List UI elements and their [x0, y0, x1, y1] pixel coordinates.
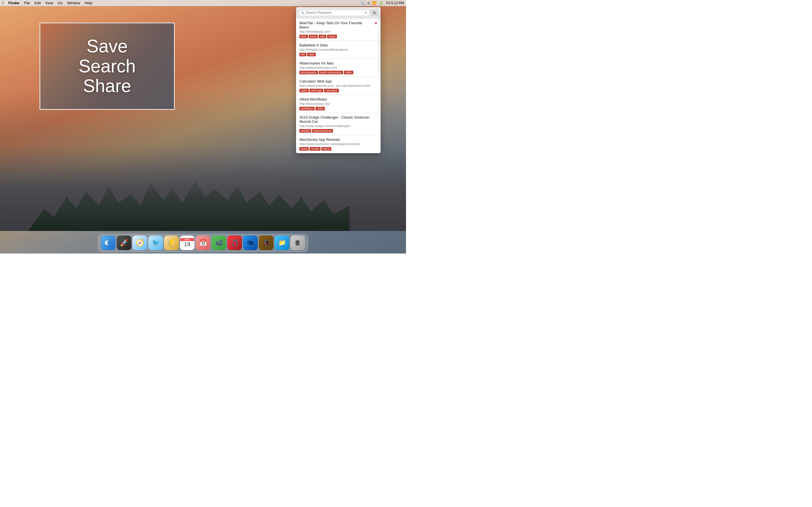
dock: 🚀 🧭 🐦 📒 DEC 19 📅 📹 🎵 🛍 🎩 📁 🗑	[98, 234, 308, 252]
pin-url-3: http://watermarkerapp.com/	[299, 66, 377, 69]
tag-batch-processing[interactable]: batch-processing	[319, 71, 343, 74]
tag-rate[interactable]: rate	[319, 35, 326, 38]
menubar-window[interactable]: Window	[67, 1, 80, 5]
tag-review[interactable]: review	[310, 147, 320, 151]
menubar-battery[interactable]: 🔋	[379, 1, 384, 5]
pin-tags-5: workflows utility	[299, 107, 377, 110]
menubar-spotlight[interactable]: 🔍	[360, 1, 364, 5]
pin-item-3[interactable]: Watermarker for Mac http://watermarkerap…	[296, 59, 380, 77]
menubar-left:  Finder File Edit View Go Window Help	[2, 1, 92, 5]
search-input[interactable]	[306, 11, 364, 15]
dock-contacts[interactable]: 📒	[164, 235, 179, 250]
pin-url-7: http://www.macstories.net/category/revie…	[299, 142, 377, 146]
tag-workflows[interactable]: workflows	[299, 107, 315, 110]
pin-star-1[interactable]: ★	[374, 21, 378, 25]
dock-appstore[interactable]: 🛍	[243, 235, 258, 250]
pin-title-5: Alfred Workflows	[299, 97, 377, 101]
dock-safari[interactable]: 🧭	[133, 235, 147, 250]
pin-url-5: http://www.packal.org/	[299, 102, 377, 105]
tag-news[interactable]: news	[299, 147, 309, 151]
promo-image: Save Search Share	[40, 22, 175, 110]
tag-utility-5[interactable]: utility	[315, 107, 325, 110]
search-clear-button[interactable]: ✕	[364, 11, 367, 15]
search-icon: 🔍	[301, 11, 305, 15]
dock-trash[interactable]: 🗑	[290, 235, 305, 250]
pin-title-3: Watermarker for Mac	[299, 61, 377, 65]
pin-item-1[interactable]: ★ BeerTab - Keep Tabs On Your Favorite B…	[296, 18, 380, 41]
tag-calculator[interactable]: calculator	[324, 89, 339, 93]
pin-tags-1: beer track rate share	[299, 35, 377, 38]
pin-item-2[interactable]: Battlefield 4 Stats http://bf4stats.com/…	[296, 41, 380, 59]
pin-title-7: MacStories App Reviews	[299, 137, 377, 142]
pin-title-4: Calculator Web App	[299, 79, 377, 83]
pin-url-6: http://www.dodge.com/en/challenger/	[299, 124, 377, 128]
menubar-edit[interactable]: Edit	[35, 1, 41, 5]
pin-url-1: http://beertabapp.com/	[299, 30, 377, 33]
menubar-wifi[interactable]: 📶	[372, 1, 376, 5]
dock-twitterific[interactable]: 🐦	[148, 235, 163, 250]
svg-point-2	[107, 240, 112, 245]
dock-music[interactable]: 🎵	[227, 235, 242, 250]
pin-url-2: http://bf4stats.com/ps4/binaryghost	[299, 48, 377, 51]
apple-menu[interactable]: 	[2, 1, 4, 5]
dock-launchpad[interactable]: 🚀	[117, 235, 132, 250]
desktop:  Finder File Edit View Go Window Help 🔍…	[0, 0, 406, 253]
promo-line-3: Share	[79, 76, 136, 96]
pin-title-6: 2015 Dodge Challenger - Classic American…	[299, 115, 377, 124]
pin-tags-6: wishlist awesomeness	[299, 129, 377, 133]
tag-web-app[interactable]: web-app	[310, 89, 323, 93]
tag-photography[interactable]: photography	[299, 71, 318, 74]
menubar-view[interactable]: View	[45, 1, 53, 5]
tag-stats[interactable]: stats	[307, 53, 316, 56]
tag-beer[interactable]: beer	[299, 35, 308, 38]
promo-line-1: Save	[79, 36, 136, 56]
pin-tags-2: bf4 stats	[299, 53, 377, 56]
pin-title-1: BeerTab - Keep Tabs On Your Favorite Bee…	[299, 21, 377, 29]
pinboard-header: 🔍 ✕ ⚙ ✉ Mail 💬 Messages 📡 AirDrop	[296, 7, 380, 18]
tag-utility-3[interactable]: utility	[344, 71, 353, 74]
promo-text: Save Search Share	[79, 36, 136, 96]
tag-bf4[interactable]: bf4	[299, 53, 306, 56]
dock-fantastical[interactable]: 📅	[196, 235, 210, 250]
menubar-finder[interactable]: Finder	[8, 1, 19, 5]
pinboard-list: ★ BeerTab - Keep Tabs On Your Favorite B…	[296, 18, 380, 153]
pin-item-5[interactable]: Alfred Workflows http://www.packal.org/ …	[296, 95, 380, 113]
menubar-time: Fri 5:12 PM	[386, 1, 404, 5]
tag-utility-4[interactable]: utility	[299, 89, 309, 93]
pin-title-2: Battlefield 4 Stats	[299, 43, 377, 47]
pin-item-4[interactable]: Calculator Web App https://www.polymer-p…	[296, 77, 380, 95]
promo-line-2: Search	[79, 56, 136, 76]
pin-item-7[interactable]: MacStories App Reviews http://www.macsto…	[296, 135, 380, 153]
settings-button[interactable]: ⚙	[371, 9, 378, 16]
dock-finder[interactable]	[101, 235, 116, 250]
menubar-file[interactable]: File	[24, 1, 30, 5]
pin-tags-3: photography batch-processing utility	[299, 71, 377, 74]
dock-files[interactable]: 📁	[274, 235, 289, 250]
dock-facetime[interactable]: 📹	[211, 235, 226, 250]
menubar-right: 🔍 ≡ 📶 🔋 Fri 5:12 PM	[360, 1, 404, 5]
pin-tags-4: utility web-app calculator	[299, 89, 377, 93]
dock-alfred[interactable]: 🎩	[259, 235, 273, 250]
tag-track[interactable]: track	[309, 35, 318, 38]
tag-share[interactable]: share	[327, 35, 337, 38]
tag-awesomeness[interactable]: awesomeness	[312, 129, 333, 133]
tag-wishlist[interactable]: wishlist	[299, 129, 311, 133]
menubar-help[interactable]: Help	[85, 1, 92, 5]
tag-viticci[interactable]: viticci	[321, 147, 331, 151]
pin-item-6[interactable]: 2015 Dodge Challenger - Classic American…	[296, 113, 380, 135]
menubar-notification[interactable]: ≡	[367, 1, 369, 5]
pin-url-4: https://www.polymer-proj...per-calculato…	[299, 84, 377, 87]
menubar:  Finder File Edit View Go Window Help 🔍…	[0, 0, 406, 6]
pinboard-panel: 🔍 ✕ ⚙ ✉ Mail 💬 Messages 📡 AirDrop	[296, 7, 380, 153]
menubar-go[interactable]: Go	[58, 1, 63, 5]
pin-tags-7: news review viticci	[299, 147, 377, 151]
search-container: 🔍 ✕	[299, 10, 369, 16]
dock-calendar[interactable]: DEC 19	[180, 235, 195, 250]
